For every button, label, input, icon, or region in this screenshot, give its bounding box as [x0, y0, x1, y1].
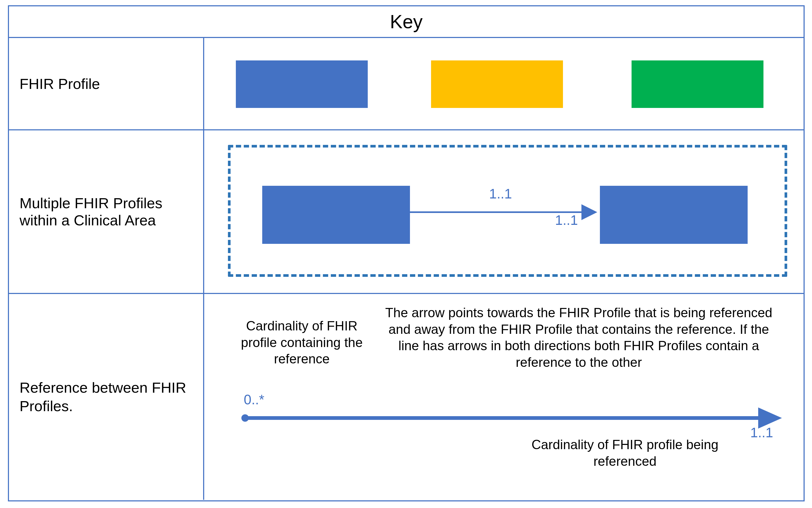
row-reference: Reference between FHIR Profiles. Cardina…: [9, 294, 804, 500]
row2-cardinality-target: 1..1: [555, 212, 578, 228]
row3-arrow-icon: [204, 294, 806, 500]
row2-arrow-icon: [204, 130, 806, 294]
row1-label-cell: FHIR Profile: [9, 38, 204, 129]
row-clinical-area: Multiple FHIR Profiles within a Clinical…: [9, 130, 804, 294]
row-fhir-profile: FHIR Profile: [9, 38, 804, 130]
profile-swatch-yellow: [431, 60, 563, 108]
profile-swatch-green: [632, 60, 763, 108]
row3-cardinality-source: 0..*: [244, 392, 264, 408]
profile-swatch-blue: [236, 60, 368, 108]
row2-diagram: 1..1 1..1: [204, 130, 804, 293]
legend-title: Key: [9, 6, 804, 38]
row3-cardinality-target: 1..1: [750, 425, 773, 440]
row2-label: Multiple FHIR Profiles within a Clinical…: [19, 195, 192, 229]
row1-label: FHIR Profile: [19, 75, 100, 92]
row2-label-cell: Multiple FHIR Profiles within a Clinical…: [9, 130, 204, 293]
svg-point-2: [241, 414, 249, 422]
row3-diagram: Cardinality of FHIR profile containing t…: [204, 294, 804, 500]
row3-label: Reference between FHIR Profiles.: [19, 378, 192, 415]
key-legend: Key FHIR Profile Multiple FHIR Profiles …: [8, 5, 805, 501]
row3-label-cell: Reference between FHIR Profiles.: [9, 294, 204, 500]
row1-swatches: [204, 38, 804, 129]
row2-cardinality-source: 1..1: [489, 186, 512, 202]
